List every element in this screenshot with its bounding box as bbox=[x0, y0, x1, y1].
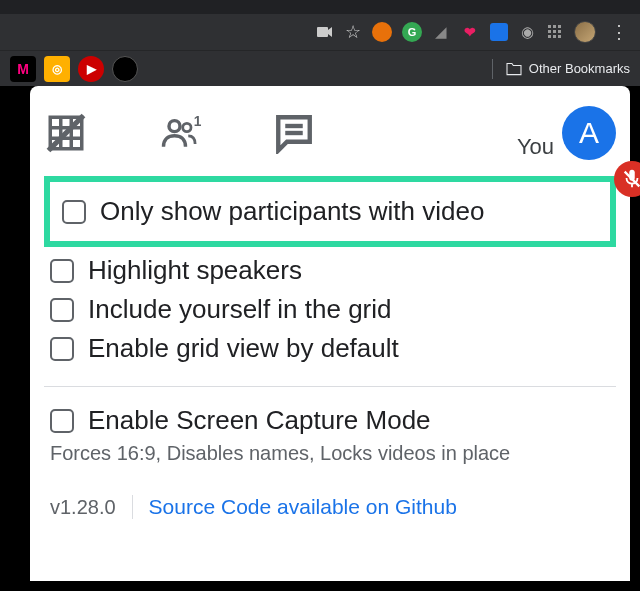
highlighted-option-box: Only show participants with video bbox=[44, 176, 616, 247]
svg-rect-1 bbox=[548, 25, 551, 28]
option-label: Enable grid view by default bbox=[88, 333, 399, 364]
people-icon[interactable]: 1 bbox=[158, 111, 202, 155]
other-bookmarks-button[interactable]: Other Bookmarks bbox=[505, 61, 630, 76]
panel-tabs: 1 You A bbox=[30, 106, 630, 176]
svg-point-16 bbox=[169, 121, 180, 132]
option-label: Highlight speakers bbox=[88, 255, 302, 286]
checkbox-icon[interactable] bbox=[62, 200, 86, 224]
star-icon[interactable]: ☆ bbox=[344, 23, 362, 41]
option-label: Include yourself in the grid bbox=[88, 294, 392, 325]
svg-rect-0 bbox=[317, 27, 328, 37]
grid-off-icon[interactable] bbox=[44, 111, 88, 155]
ext-icon-3[interactable]: ❤ bbox=[460, 22, 480, 42]
ext-icon-2[interactable]: G bbox=[402, 22, 422, 42]
divider bbox=[44, 386, 616, 387]
apps-grid-icon[interactable] bbox=[546, 23, 564, 41]
you-label: You bbox=[517, 134, 554, 160]
screen-capture-subtext: Forces 16:9, Disables names, Locks video… bbox=[44, 440, 616, 465]
checkbox-icon[interactable] bbox=[50, 259, 74, 283]
chrome-toolbar: ☆ G ◢ ❤ ◉ ⋮ bbox=[0, 14, 640, 50]
options-section: Only show participants with video Highli… bbox=[30, 176, 630, 465]
other-bookmarks-label: Other Bookmarks bbox=[529, 61, 630, 76]
svg-point-17 bbox=[183, 123, 191, 131]
ext-icon-5[interactable]: ◉ bbox=[518, 23, 536, 41]
ext-icon-4[interactable] bbox=[490, 23, 508, 41]
option-enable-default[interactable]: Enable grid view by default bbox=[44, 329, 616, 368]
svg-rect-2 bbox=[553, 25, 556, 28]
bookmark-1[interactable]: M bbox=[10, 56, 36, 82]
checkbox-icon[interactable] bbox=[50, 298, 74, 322]
bookmark-3[interactable]: ▶ bbox=[78, 56, 104, 82]
chat-icon[interactable] bbox=[272, 111, 316, 155]
svg-rect-6 bbox=[558, 30, 561, 33]
option-only-video[interactable]: Only show participants with video bbox=[56, 192, 604, 231]
option-label: Enable Screen Capture Mode bbox=[88, 405, 431, 436]
svg-rect-9 bbox=[558, 35, 561, 38]
chrome-menu-icon[interactable]: ⋮ bbox=[606, 21, 632, 43]
version-label: v1.28.0 bbox=[50, 496, 116, 519]
option-screen-capture[interactable]: Enable Screen Capture Mode bbox=[44, 401, 616, 440]
checkbox-icon[interactable] bbox=[50, 337, 74, 361]
bookmarks-divider bbox=[492, 59, 493, 79]
you-initial: A bbox=[579, 116, 599, 150]
drive-icon[interactable]: ◢ bbox=[432, 23, 450, 41]
folder-icon bbox=[505, 62, 523, 76]
option-include-yourself[interactable]: Include yourself in the grid bbox=[44, 290, 616, 329]
video-icon[interactable] bbox=[316, 23, 334, 41]
svg-text:1: 1 bbox=[194, 114, 202, 129]
bookmarks-bar: M ◎ ▶ Other Bookmarks bbox=[0, 50, 640, 86]
checkbox-icon[interactable] bbox=[50, 409, 74, 433]
you-avatar[interactable]: A bbox=[562, 106, 616, 160]
svg-rect-7 bbox=[548, 35, 551, 38]
bookmark-2[interactable]: ◎ bbox=[44, 56, 70, 82]
option-label: Only show participants with video bbox=[100, 196, 484, 227]
panel-footer: v1.28.0 Source Code available on Github bbox=[30, 465, 630, 533]
ext-icon-1[interactable] bbox=[372, 22, 392, 42]
profile-avatar[interactable] bbox=[574, 21, 596, 43]
svg-line-15 bbox=[49, 116, 84, 151]
footer-divider bbox=[132, 495, 133, 519]
you-block: You A bbox=[517, 106, 616, 160]
extension-panel: 1 You A Only show par bbox=[30, 86, 630, 581]
svg-rect-3 bbox=[558, 25, 561, 28]
option-highlight-speakers[interactable]: Highlight speakers bbox=[44, 251, 616, 290]
svg-rect-5 bbox=[553, 30, 556, 33]
svg-rect-4 bbox=[548, 30, 551, 33]
bookmark-4[interactable] bbox=[112, 56, 138, 82]
svg-rect-8 bbox=[553, 35, 556, 38]
source-code-link[interactable]: Source Code available on Github bbox=[149, 495, 457, 519]
chrome-tab-strip bbox=[0, 0, 640, 14]
